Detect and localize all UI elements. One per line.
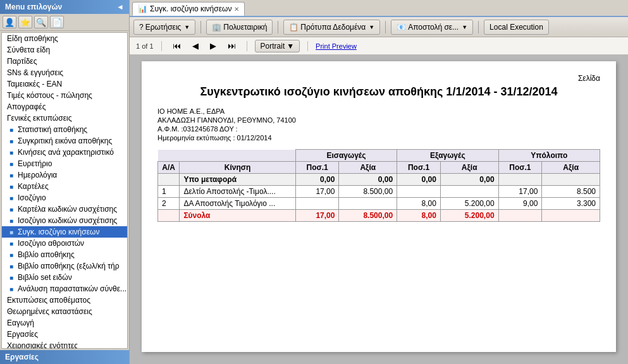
sidebar-item-7[interactable]: Γενικές εκτυπώσεις <box>2 112 127 124</box>
sidebar-item-13[interactable]: ■Καρτέλες <box>2 181 127 192</box>
portrait-dropdown-arrow: ▼ <box>286 42 294 51</box>
protupa-label: Πρότυπα Δεδομένα <box>300 23 366 32</box>
sidebar-item-label-21: Βιβλίο set ειδών <box>18 273 72 282</box>
sidebar-item-label-25: Εαγωγή <box>7 318 34 327</box>
sidebar-item-label-5: Τιμές κόστους - πώλησης <box>7 91 92 100</box>
table-row-total: Σύνολα 17,00 8.500,00 8,00 5.200,00 <box>158 210 600 222</box>
sidebar-item-0[interactable]: Είδη αποθήκης <box>2 33 127 44</box>
protupa-button[interactable]: 📋 Πρότυπα Δεδομένα ▼ <box>283 20 380 35</box>
sidebar-item-4[interactable]: Ταμειακές - EAN <box>2 78 127 90</box>
portrait-label: Portrait <box>261 42 285 51</box>
sidebar-item-label-27: Χειρησιακές ενότητες <box>7 341 78 349</box>
next-page-button[interactable]: ▶ <box>207 40 219 52</box>
sidebar-search-icon[interactable]: 🔍 <box>34 16 48 28</box>
company-address: ΑΚΛΑΔΩΣΗ ΓΙΑΝΝΟΥΔΙ, ΡΕΘΥΜΝΟ, 74100 <box>157 116 600 124</box>
sidebar-item-1[interactable]: Σύνθετα είδη <box>2 44 127 56</box>
sidebar-title: Μenu επιλογών <box>5 3 62 11</box>
portrait-button[interactable]: Portrait ▼ <box>255 40 300 52</box>
table-row: 2 ΔΑ Αποστολής Τιμολόγιο ... 8,00 5.200,… <box>158 198 600 210</box>
sidebar-item-icon-15: ■ <box>7 205 16 214</box>
sidebar-item-21[interactable]: ■Βιβλίο set ειδών <box>2 272 127 283</box>
sidebar-doc-icon[interactable]: 📄 <box>50 16 64 28</box>
sidebar-item-9[interactable]: ■Συγκριτική εικόνα αποθήκης <box>2 135 127 147</box>
sidebar-footer: Εργασίες <box>0 350 129 364</box>
last-page-button[interactable]: ⏭ <box>225 40 239 52</box>
apostoli-label: Αποστολή σε... <box>408 23 459 32</box>
print-date: Ημερομηνία εκτύπωσης : 01/12/2014 <box>157 134 600 142</box>
sidebar-item-label-15: Καρτέλα κωδικών συσχέτισης <box>18 205 117 214</box>
sidebar-item-label-6: Απογραφές <box>7 102 46 111</box>
th-exagwges: Εξαγωγές <box>397 150 498 162</box>
sidebar-item-label-8: Στατιστική αποθήκης <box>18 125 87 134</box>
local-execution-label: Local Execution <box>489 23 543 32</box>
sub-ex-axia: 0,00 <box>440 174 498 186</box>
sidebar-item-label-12: Ημερολόγια <box>18 171 57 179</box>
row-aa: 1 <box>158 186 180 198</box>
first-page-button[interactable]: ⏮ <box>169 40 184 52</box>
sidebar-item-22[interactable]: ■Ανάλυση παραστατικών σύνθε... <box>2 283 127 294</box>
polyetairiki-button[interactable]: 🏢 Πολυεταιρική <box>206 20 273 35</box>
th-yp-pos: Ποσ.1 <box>498 162 542 174</box>
erotiseis-button[interactable]: ? Ερωτήσεις ▼ <box>133 20 195 35</box>
th-eis-axia: Αξία <box>339 162 397 174</box>
local-execution-button[interactable]: Local Execution <box>484 20 549 35</box>
print-preview-link[interactable]: Print Preview <box>316 42 357 50</box>
sidebar-item-icon-14: ■ <box>7 193 16 202</box>
apostoli-button[interactable]: 📧 Αποστολή σε... ▼ <box>391 20 473 35</box>
sidebar-star-icon[interactable]: ⭐ <box>18 16 32 28</box>
sidebar-item-24[interactable]: Θεωρημένες καταστάσεις <box>2 306 127 317</box>
sidebar-item-17[interactable]: ■Συγκ. ισοζύγιο κινήσεων <box>2 226 127 238</box>
sidebar-item-icon-13: ■ <box>7 182 16 191</box>
sidebar-item-8[interactable]: ■Στατιστική αποθήκης <box>2 124 127 135</box>
sidebar-item-18[interactable]: ■Ισοζύγιο αθροιστών <box>2 238 127 249</box>
tab-close-icon[interactable]: ✕ <box>234 6 239 13</box>
sidebar-item-20[interactable]: ■Βιβλίο αποθήκης (εξωλ/κή τήρ <box>2 260 127 272</box>
tab-isozugio[interactable]: 📊 Συγκ. ισοζύγιο κινήσεων ✕ <box>132 2 245 16</box>
sidebar-item-19[interactable]: ■Βιβλίο αποθήκης <box>2 249 127 260</box>
sub-eis-pos: 0,00 <box>295 174 339 186</box>
report-area: Σελίδα Συγκεντρωτικό ισοζύγιο κινήσεων α… <box>130 55 628 364</box>
total-eis-pos: 17,00 <box>295 210 339 222</box>
table-header-row-2: Α/Α Κίνηση Ποσ.1 Αξία Ποσ.1 Αξία Ποσ.1 Α… <box>158 162 600 174</box>
th-eisagwges: Εισαγωγές <box>295 150 397 162</box>
sub-eis-axia: 0,00 <box>339 174 397 186</box>
sidebar-item-icon-16: ■ <box>7 216 16 225</box>
erotiseis-label: Ερωτήσεις <box>145 23 182 32</box>
sidebar-close-icon[interactable]: ◄ <box>116 3 124 11</box>
sidebar-item-16[interactable]: ■Ισοζύγιο κωδικών συσχέτισης <box>2 215 127 226</box>
sidebar-item-14[interactable]: ■Ισοζύγιο <box>2 192 127 203</box>
sidebar-item-23[interactable]: Εκτυπώσεις αποθέματος <box>2 294 127 306</box>
prev-page-button[interactable]: ◀ <box>189 40 202 52</box>
nav-bar: 1 of 1 ⏮ ◀ ▶ ⏭ Portrait ▼ Print Preview <box>130 37 628 55</box>
nav-sep-1 <box>161 41 162 51</box>
sidebar-item-5[interactable]: Τιμές κόστους - πώλησης <box>2 90 127 101</box>
nav-sep-3 <box>307 41 308 51</box>
sidebar-item-11[interactable]: ■Ευρετήριο <box>2 158 127 169</box>
sidebar-item-6[interactable]: Απογραφές <box>2 101 127 112</box>
apostoli-icon: 📧 <box>397 23 406 32</box>
row-yp-pos: 9,00 <box>498 198 542 210</box>
row-ex-axia <box>440 186 498 198</box>
sidebar-item-15[interactable]: ■Καρτέλα κωδικών συσχέτισης <box>2 203 127 215</box>
sidebar-item-25[interactable]: Εαγωγή <box>2 317 127 329</box>
sub-aa <box>158 174 180 186</box>
sidebar-item-2[interactable]: Παρτίδες <box>2 56 127 67</box>
sidebar-list: Είδη αποθήκηςΣύνθετα είδηΠαρτίδεςSNs & ε… <box>1 32 128 349</box>
sidebar-item-26[interactable]: Εργασίες <box>2 329 127 340</box>
sidebar-header: Μenu επιλογών ◄ <box>0 0 129 14</box>
sidebar-item-icon-12: ■ <box>7 171 16 179</box>
sidebar-item-12[interactable]: ■Ημερολόγια <box>2 169 127 181</box>
sidebar-item-3[interactable]: SNs & εγγυήσεις <box>2 67 127 78</box>
report-paper: Σελίδα Συγκεντρωτικό ισοζύγιο κινήσεων α… <box>142 61 616 352</box>
row-yp-axia: 8.500 <box>542 186 600 198</box>
row-eis-pos: 17,00 <box>295 186 339 198</box>
protupa-icon: 📋 <box>289 23 299 32</box>
sidebar-item-10[interactable]: ■Κινήσεις ανά χαρακτηριστικό <box>2 147 127 158</box>
polyetairiki-label: Πολυεταιρική <box>223 23 267 32</box>
sidebar-item-label-11: Ευρετήριο <box>18 159 52 168</box>
sidebar-item-label-22: Ανάλυση παραστατικών σύνθε... <box>18 284 126 293</box>
sidebar-item-27[interactable]: Χειρησιακές ενότητες <box>2 340 127 349</box>
total-eis-axia: 8.500,00 <box>339 210 397 222</box>
sidebar-item-label-7: Γενικές εκτυπώσεις <box>7 114 71 123</box>
sidebar-user-icon[interactable]: 👤 <box>3 16 16 28</box>
